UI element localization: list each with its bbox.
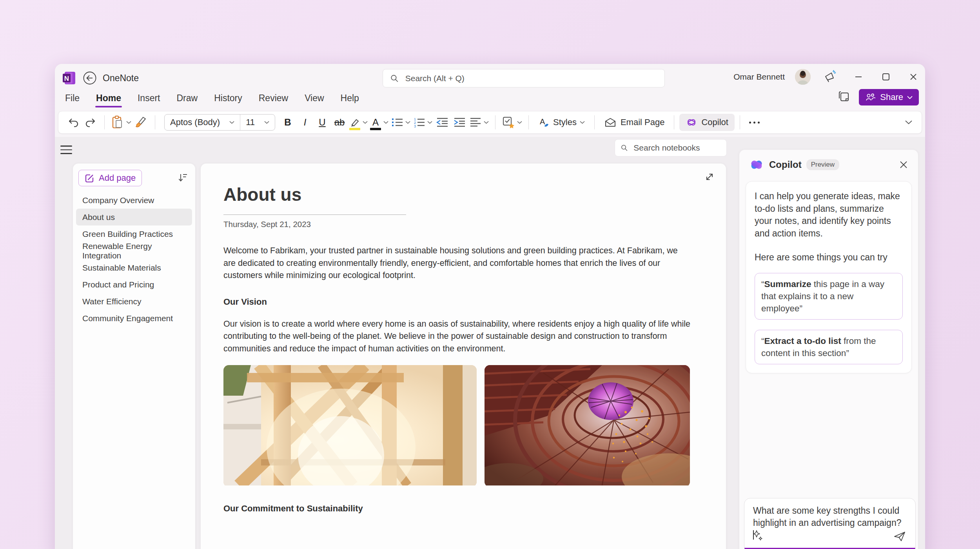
add-page-button[interactable]: Add page (78, 170, 142, 186)
people-icon (865, 93, 876, 102)
chevron-down-icon (126, 121, 131, 124)
chevron-down-icon (427, 121, 432, 124)
numbered-list-button[interactable]: 1 2 3 (413, 114, 432, 131)
back-button[interactable] (82, 71, 97, 85)
coming-soon-megaphone-icon[interactable] (822, 69, 837, 85)
more-commands-button[interactable] (745, 122, 764, 124)
menu-item-history[interactable]: History (213, 91, 243, 105)
copilot-logo-icon (749, 157, 764, 173)
email-page-label: Email Page (621, 117, 665, 127)
share-button[interactable]: Share (859, 89, 919, 105)
ribbon-separator (740, 115, 740, 129)
copilot-prompt-input[interactable]: What are some key strengths I could high… (744, 498, 916, 549)
chevron-down-icon (229, 121, 234, 124)
navigation-menu-button[interactable] (60, 145, 72, 154)
highlight-color-button[interactable] (349, 114, 368, 131)
suggestion-bold-text: Summarize (764, 279, 811, 289)
page-list-item-green-building-practices[interactable]: Green Building Practices (76, 225, 192, 242)
ribbon-separator (155, 115, 155, 129)
page-list-item-company-overview[interactable]: Company Overview (76, 192, 192, 209)
page-list-item-about-us[interactable]: About us (76, 209, 192, 225)
envelope-icon (604, 117, 617, 127)
font-name-select[interactable]: Aptos (Body) (165, 115, 240, 130)
increase-indent-button[interactable] (452, 114, 467, 131)
chevron-down-icon (580, 121, 585, 124)
redo-button[interactable] (83, 114, 98, 131)
side-by-side-pages-button[interactable] (837, 89, 851, 105)
ribbon-separator (104, 115, 105, 129)
font-color-icon: A (370, 115, 381, 130)
menu-item-insert[interactable]: Insert (137, 91, 161, 105)
sort-pages-button[interactable] (177, 172, 188, 185)
decrease-indent-button[interactable] (435, 114, 450, 131)
prompt-suggestions-button[interactable] (752, 530, 764, 543)
styles-button[interactable]: A Styles (535, 114, 588, 131)
maximize-button[interactable] (880, 71, 891, 82)
bold-button[interactable]: B (280, 114, 295, 131)
page-heading-commitment: Our Commitment to Sustainability (223, 504, 691, 514)
copilot-ribbon-button[interactable]: Copilot (679, 114, 734, 131)
page-list-sidebar: Add page Company Overview About us Green… (73, 164, 195, 549)
page-list-item-water-efficiency[interactable]: Water Efficiency (76, 293, 192, 310)
font-color-button[interactable]: A (370, 114, 388, 131)
app-search-input[interactable] (405, 73, 657, 84)
email-page-button[interactable]: Email Page (601, 114, 668, 131)
page-heading-our-vision: Our Vision (223, 297, 691, 307)
sort-icon (177, 172, 188, 183)
page-list-item-renewable-energy-integration[interactable]: Renewable Energy Integration (76, 242, 192, 259)
svg-text:A: A (540, 117, 545, 126)
menu-item-home[interactable]: Home (95, 91, 122, 105)
undo-icon (67, 116, 80, 129)
menu-item-draw[interactable]: Draw (176, 91, 199, 105)
italic-button[interactable]: I (298, 114, 312, 131)
page-canvas[interactable]: About us Thursday, Sept 21, 2023 Welcome… (201, 164, 726, 549)
format-painter-button[interactable] (134, 114, 149, 131)
page-date: Thursday, Sept 21, 2023 (223, 220, 691, 229)
increase-indent-icon (453, 116, 466, 128)
copilot-suggestion-extract-todo[interactable]: “Extract a to-do list from the content i… (755, 330, 903, 364)
copilot-prompt-text: What are some key strengths I could high… (753, 505, 901, 528)
expand-icon (704, 171, 715, 182)
page-title: About us (223, 184, 691, 205)
styles-label: Styles (553, 117, 577, 127)
menu-item-help[interactable]: Help (340, 91, 360, 105)
strikethrough-button[interactable]: ab (332, 114, 347, 131)
chevron-down-icon (363, 121, 368, 124)
menu-item-file[interactable]: File (64, 91, 80, 105)
ribbon-separator (594, 115, 595, 129)
underline-button[interactable]: U (315, 114, 330, 131)
tags-button[interactable] (502, 114, 522, 131)
paste-button[interactable] (111, 114, 131, 131)
send-prompt-button[interactable] (893, 531, 906, 544)
share-label: Share (880, 92, 903, 102)
pages-icon (837, 89, 851, 104)
page-list: Company Overview About us Green Building… (76, 192, 192, 327)
paste-clipboard-icon (111, 115, 124, 129)
collapse-ribbon-button[interactable] (905, 119, 912, 126)
menu-item-view[interactable]: View (304, 91, 325, 105)
minimize-button[interactable] (853, 71, 864, 82)
close-window-button[interactable] (908, 71, 919, 82)
avatar[interactable] (795, 69, 811, 85)
notebook-search-input[interactable] (633, 143, 721, 153)
expand-page-button[interactable] (704, 171, 715, 184)
font-controls: Aptos (Body) 11 (164, 114, 275, 131)
alignment-button[interactable] (469, 114, 489, 131)
close-copilot-button[interactable] (898, 159, 909, 171)
user-name: Omar Bennett (733, 72, 785, 82)
copilot-ribbon-label: Copilot (701, 117, 728, 127)
bullet-list-button[interactable] (391, 114, 410, 131)
menu-bar: File Home Insert Draw History Review Vie… (55, 88, 925, 108)
page-list-item-community-engagement[interactable]: Community Engagement (76, 310, 192, 327)
copilot-suggestion-summarize[interactable]: “Summarize this page in a way that expla… (755, 273, 903, 320)
font-name-value: Aptos (Body) (170, 117, 220, 127)
font-size-value: 11 (246, 117, 255, 127)
notebook-search-box[interactable] (615, 139, 727, 156)
menu-item-review[interactable]: Review (258, 91, 289, 105)
page-list-item-sustainable-materials[interactable]: Sustainable Materials (76, 259, 192, 276)
font-size-select[interactable]: 11 (240, 115, 275, 130)
undo-button[interactable] (66, 114, 81, 131)
page-list-item-product-and-pricing[interactable]: Product and Pricing (76, 276, 192, 293)
app-search-box[interactable] (383, 69, 665, 87)
format-painter-icon (134, 116, 148, 129)
